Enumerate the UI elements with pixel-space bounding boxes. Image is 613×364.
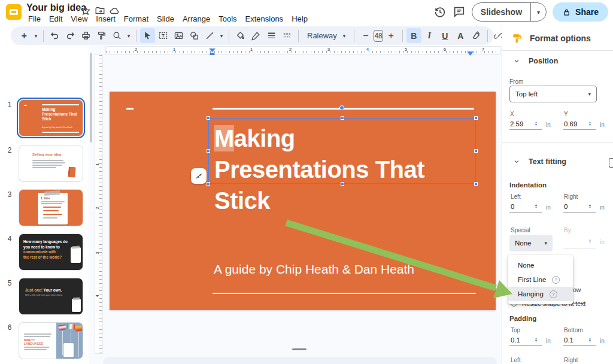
insert-shape-icon[interactable] (187, 28, 202, 43)
padding-bottom-input[interactable]: 0.1 (564, 336, 573, 344)
zoom-caret[interactable]: ▾ (125, 33, 132, 39)
indent-right-stepper[interactable]: ▲▼ (587, 204, 593, 208)
padding-bottom-stepper[interactable]: ▲▼ (587, 337, 593, 342)
share-button[interactable]: Share (553, 2, 608, 22)
version-history-icon[interactable] (433, 5, 447, 19)
increase-font-button[interactable]: + (384, 28, 399, 43)
italic-button[interactable]: I (422, 28, 437, 43)
indent-left-stepper[interactable]: ▲▼ (533, 204, 539, 208)
by-stepper: ▲▼ (587, 238, 593, 243)
menu-file[interactable]: File (24, 13, 45, 25)
special-select[interactable]: None ▾ (509, 235, 553, 251)
from-select-caret: ▾ (588, 91, 591, 97)
new-slide-caret[interactable]: ▾ (32, 33, 40, 39)
selection-handle-e[interactable] (474, 149, 478, 153)
help-icon[interactable]: ? (550, 290, 557, 298)
border-dash-icon[interactable] (280, 28, 295, 43)
font-size-input[interactable]: 48 (374, 30, 383, 42)
speaker-notes-panel[interactable] (103, 357, 497, 364)
indent-marker-right[interactable] (467, 48, 474, 59)
selection-handle-se[interactable] (474, 182, 478, 186)
border-color-icon[interactable] (248, 28, 263, 43)
slide-bottom-line[interactable] (213, 293, 476, 294)
slideshow-button[interactable]: Slideshow (472, 7, 530, 17)
selection-rectangle[interactable] (208, 118, 476, 184)
indent-left-input[interactable]: 0 (511, 203, 514, 210)
highlight-color-icon[interactable] (469, 28, 484, 43)
indent-right-input[interactable]: 0 (564, 203, 568, 210)
slide-2-thumbnail[interactable]: Selling your idea (19, 145, 83, 182)
menu-option-none[interactable]: None (508, 258, 573, 272)
padding-top-input[interactable]: 0.1 (511, 336, 520, 344)
slide-canvas[interactable]: Making Presentations That Stick A guide … (110, 92, 496, 310)
help-icon[interactable]: ? (552, 276, 560, 284)
selection-handle-ne[interactable] (474, 116, 478, 120)
slides-logo[interactable] (6, 4, 22, 20)
menu-option-first-line[interactable]: First Line ? (508, 272, 573, 287)
menu-extensions[interactable]: Extensions (241, 13, 288, 25)
menu-view[interactable]: View (66, 13, 92, 25)
decrease-font-button[interactable]: − (358, 28, 373, 43)
slide-3-thumbnail[interactable]: 1. Intro (19, 189, 83, 226)
slide-1-thumbnail[interactable]: MakingPresentations ThatStick A guide by… (19, 99, 83, 136)
selection-handle-w[interactable] (207, 149, 210, 153)
y-stepper[interactable]: ▲▼ (587, 121, 593, 126)
slide-6-thumbnail[interactable]: NINETYLANGUAGES (19, 322, 83, 359)
menu-slide[interactable]: Slide (153, 13, 178, 25)
text-box-icon[interactable] (156, 28, 171, 43)
selection-handle-sw[interactable] (207, 182, 210, 186)
padding-top-stepper[interactable]: ▲▼ (533, 337, 539, 342)
insert-line-icon[interactable] (202, 28, 217, 43)
select-tool-icon[interactable] (140, 28, 155, 43)
position-section-toggle[interactable]: Position (513, 57, 558, 65)
print-icon[interactable] (78, 28, 93, 43)
insert-image-icon[interactable] (171, 28, 186, 43)
insert-line-caret[interactable]: ▾ (218, 33, 225, 39)
menu-arrange[interactable]: Arrange (178, 13, 214, 25)
speaker-notes-resize-handle[interactable] (292, 348, 306, 350)
text-box-quick-action-button[interactable] (191, 168, 207, 184)
x-stepper[interactable]: ▲▼ (533, 121, 539, 126)
slide-4-thumbnail[interactable]: How many languages do you need to know t… (19, 233, 83, 271)
font-family-select[interactable]: Raleway ▾ (302, 31, 350, 40)
padding-right-label: Right (564, 357, 578, 363)
format-options-panel: Format options Position From Top left ▾ … (502, 25, 613, 364)
slide-5-thumbnail[interactable]: Just one! Your own. With a little help f… (19, 278, 83, 315)
text-fitting-section-toggle[interactable]: Text fitting (513, 157, 566, 166)
book-graphic (68, 167, 75, 178)
menu-insert[interactable]: Insert (92, 13, 120, 25)
undo-icon[interactable] (47, 28, 62, 43)
selection-handle-n[interactable] (341, 116, 344, 120)
new-slide-button[interactable]: + (17, 28, 32, 43)
redo-icon[interactable] (63, 28, 78, 43)
indent-marker-left[interactable] (209, 47, 216, 58)
zoom-icon[interactable] (110, 28, 125, 43)
bold-button[interactable]: B (406, 28, 421, 43)
slide-3-number: 3 (5, 190, 14, 199)
underline-button[interactable]: U (438, 28, 453, 43)
slide-subtitle-text[interactable]: A guide by Chip Heath & Dan Heath (214, 262, 414, 277)
comments-icon[interactable] (453, 5, 466, 19)
document-title[interactable]: Your big idea (26, 2, 86, 13)
slide-5-number: 5 (5, 279, 14, 287)
selection-handle-s[interactable] (341, 182, 344, 186)
selection-handle-nw[interactable] (207, 116, 210, 120)
menu-tools[interactable]: Tools (214, 13, 241, 25)
menu-format[interactable]: Format (120, 13, 153, 25)
menu-help[interactable]: Help (287, 13, 312, 25)
menu-option-hanging[interactable]: Hanging ? (508, 287, 573, 301)
paint-format-icon[interactable] (94, 28, 109, 43)
x-value-input[interactable]: 2.59 (510, 120, 523, 128)
rotation-handle[interactable] (339, 105, 344, 110)
horizontal-ruler[interactable]: 2 1 1 2 3 4 5 6 7 (105, 46, 500, 54)
menu-edit[interactable]: Edit (45, 13, 66, 25)
from-select[interactable]: Top left ▾ (509, 86, 597, 102)
filmstrip-scrollbar[interactable] (90, 53, 92, 142)
y-value-input[interactable]: 0.69 (564, 120, 577, 128)
text-color-button[interactable]: A (453, 28, 468, 43)
border-weight-icon[interactable] (264, 28, 279, 43)
fill-color-icon[interactable] (233, 28, 248, 43)
vertical-ruler[interactable]: 1 2 3 4 (95, 54, 103, 354)
slideshow-options-caret[interactable]: ▾ (530, 3, 546, 21)
slide-filmstrip: 1 MakingPresentations ThatStick A guide … (0, 46, 89, 364)
